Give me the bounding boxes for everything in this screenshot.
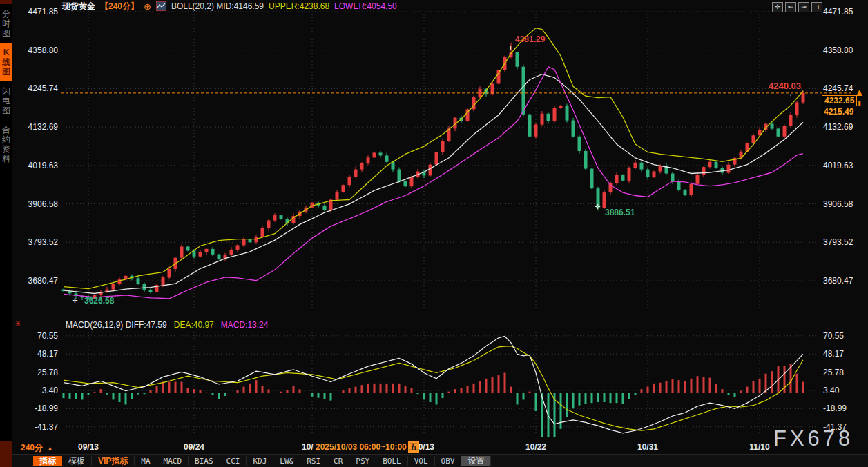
footer-tab-CCI[interactable]: CCI bbox=[220, 456, 247, 466]
macd-dea-value: DEA:40.97 bbox=[174, 320, 214, 330]
sidebar-tab-item[interactable]: 闪电图 bbox=[0, 81, 12, 120]
boll-mid-value: BOLL(20,2) MID:4146.59 bbox=[171, 1, 264, 11]
mid-low-marker-icon: ✛ bbox=[595, 203, 600, 210]
price-axis-label-right: 3680.47 bbox=[823, 276, 865, 286]
crosshair-icon[interactable]: ✛ bbox=[772, 2, 783, 12]
boll-lower-value: LOWER:4054.50 bbox=[334, 1, 397, 11]
macd-axis-label-left: -18.99 bbox=[17, 404, 58, 413]
footer-tab-MACD[interactable]: MACD bbox=[157, 456, 189, 466]
price-axis-label-left: 3793.52 bbox=[17, 237, 58, 247]
price-axis-label-left: 4019.63 bbox=[17, 161, 58, 170]
footer-tab-VOL[interactable]: VOL bbox=[408, 456, 435, 466]
price-axis-label-right: 3793.52 bbox=[823, 237, 865, 247]
macd-hist-value: MACD:13.24 bbox=[221, 320, 269, 330]
macd-axis-label-right: -41.37 bbox=[823, 422, 865, 432]
time-axis-label: 09/13 bbox=[78, 442, 99, 452]
tooltip-weekday-badge: 五 bbox=[408, 441, 419, 453]
axis-zoom-out-icon[interactable]: ⇤ bbox=[785, 2, 796, 12]
mid-low-annotation: 3886.51 bbox=[605, 208, 635, 217]
macd-axis-label-right: 48.17 bbox=[823, 349, 865, 359]
kline-chart-app: 分时图K线图闪电图合约资料 现货黄金 【240分】 ⊕ BOLL(20,2) M… bbox=[0, 0, 868, 467]
price-axis-label-left: 3906.58 bbox=[17, 199, 58, 209]
left-sidebar: 分时图K线图闪电图合约资料 bbox=[0, 0, 12, 467]
footer-tab-指标[interactable]: 指标 bbox=[33, 456, 62, 466]
time-axis-label: 09/24 bbox=[184, 442, 204, 452]
macd-axis-label-left: 48.17 bbox=[17, 349, 58, 359]
footer-tab-模板[interactable]: 模板 bbox=[62, 456, 92, 466]
pan-right-icon[interactable]: ⇉ bbox=[811, 2, 822, 12]
time-axis-label: 10/22 bbox=[525, 442, 546, 452]
period-selector[interactable]: 240分▲ bbox=[21, 442, 53, 454]
period-dropdown-arrow: ▲ bbox=[47, 445, 53, 452]
footer-tab-MA[interactable]: MA bbox=[135, 456, 157, 466]
footer-tab-BIAS[interactable]: BIAS bbox=[189, 456, 220, 466]
macd-diff-value: MACD(26,12,9) DIFF:47.59 bbox=[66, 320, 167, 330]
add-indicator-icon[interactable]: ⊕ bbox=[144, 1, 151, 12]
price-axis-label-right: 4358.80 bbox=[823, 46, 865, 55]
boll-upper-value: UPPER:4238.68 bbox=[269, 1, 329, 11]
footer-tab-BOLL[interactable]: BOLL bbox=[376, 456, 408, 466]
symbol-name: 现货黄金 bbox=[62, 1, 95, 12]
macd-axis-label-right: 25.78 bbox=[823, 368, 865, 377]
macd-header: MACD(26,12,9) DIFF:47.59 DEA:40.97 MACD:… bbox=[66, 320, 268, 330]
chart-toolbar: ✛ ⇤ ⇥ ⇉ bbox=[772, 2, 822, 12]
price-axis-label-right: 3906.58 bbox=[823, 199, 865, 209]
candles-layer bbox=[62, 43, 805, 301]
sidebar-tab-item[interactable]: 分时图 bbox=[0, 4, 12, 43]
boll-upper-line bbox=[64, 28, 803, 289]
indicator-settings-icon[interactable]: ✳ bbox=[15, 319, 21, 328]
secondary-price-box: 4215.49 bbox=[822, 107, 856, 117]
price-axis-label-left: 3680.47 bbox=[17, 276, 58, 286]
footer-tab-VIP指标[interactable]: VIP指标 bbox=[92, 456, 135, 466]
time-axis-label: 10/31 bbox=[637, 442, 658, 452]
indicator-toolbar: 指标模板VIP指标MAMACDBIASCCIKDJLW&RSICRPSYBOLL… bbox=[12, 454, 868, 467]
macd-axis-label-right: 3.40 bbox=[823, 386, 865, 395]
axis-zoom-in-icon[interactable]: ⇥ bbox=[798, 2, 809, 12]
chart-header: 现货黄金 【240分】 ⊕ BOLL(20,2) MID:4146.59 UPP… bbox=[62, 1, 397, 12]
candlestick-macd-canvas[interactable] bbox=[0, 0, 868, 467]
footer-tab-LW&[interactable]: LW& bbox=[273, 456, 300, 466]
price-axis-label-right: 4019.63 bbox=[823, 161, 865, 170]
macd-axis-label-right: 70.55 bbox=[823, 331, 865, 341]
crosshair-date-tooltip: 2025/10/03 06:00~10:00 五 bbox=[314, 441, 419, 453]
macd-axis-label-left: 70.55 bbox=[17, 331, 58, 341]
footer-tab-OBV[interactable]: OBV bbox=[435, 456, 462, 466]
macd-axis-label-left: -41.37 bbox=[17, 422, 58, 432]
macd-axis-label-left: 3.40 bbox=[17, 386, 58, 395]
peak-marker-icon: ✛ bbox=[508, 44, 513, 52]
sidebar-bottom-block bbox=[0, 441, 12, 467]
price-axis-label-left: 4358.80 bbox=[17, 46, 58, 55]
price-axis-label-left: 4471.85 bbox=[17, 7, 58, 17]
mini-chart-icon bbox=[156, 1, 166, 11]
macd-histogram bbox=[64, 364, 803, 437]
footer-tab-KDJ[interactable]: KDJ bbox=[247, 456, 273, 466]
current-price-box: 4232.65 bbox=[822, 95, 857, 106]
start-low-annotation: 3626.58 bbox=[84, 296, 114, 306]
price-axis-label-right: 4132.69 bbox=[823, 122, 865, 132]
price-axis-label-left: 4245.74 bbox=[17, 83, 58, 93]
macd-axis-label-left: 25.78 bbox=[17, 368, 58, 377]
footer-tab-CR[interactable]: CR bbox=[327, 456, 349, 466]
sidebar-tab-item[interactable]: 合约资料 bbox=[0, 120, 12, 168]
start-low-marker-icon: ✛ bbox=[72, 297, 77, 304]
sidebar-top-block bbox=[0, 0, 12, 4]
time-axis-label: 11/10 bbox=[749, 442, 769, 452]
sidebar-tab-active[interactable]: K线图 bbox=[0, 43, 12, 81]
period-label: 【240分】 bbox=[100, 1, 139, 12]
footer-tab-PSY[interactable]: PSY bbox=[349, 456, 376, 466]
price-axis-label-right: 4471.85 bbox=[823, 7, 865, 17]
price-up-arrow-icon: ▲▮ bbox=[854, 88, 865, 108]
footer-tab-设置[interactable]: 设置 bbox=[461, 456, 491, 466]
footer-tab-RSI[interactable]: RSI bbox=[300, 456, 327, 466]
tooltip-date-text: 2025/10/03 06:00~10:00 bbox=[314, 442, 408, 452]
macd-axis-label-right: -18.99 bbox=[823, 404, 865, 413]
last-candle-pointer-icon: → bbox=[784, 88, 793, 99]
price-axis-label-left: 4132.69 bbox=[17, 122, 58, 132]
peak-price-annotation: 4381.29 bbox=[515, 34, 545, 44]
